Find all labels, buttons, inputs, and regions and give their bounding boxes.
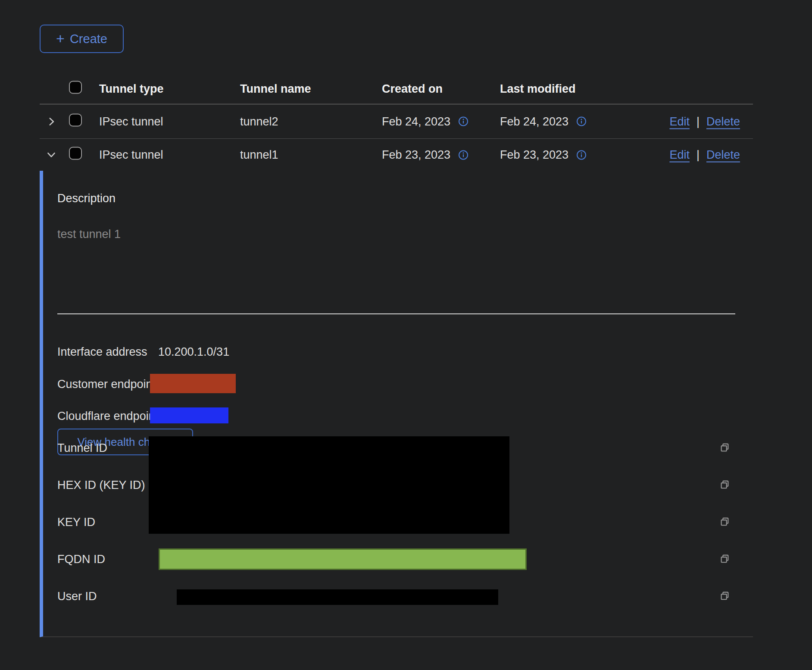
tunnel-type-value: IPsec tunnel	[99, 115, 163, 128]
fqdn-id-label: FQDN ID	[57, 553, 105, 566]
actions-separator: |	[696, 115, 700, 128]
table-row: IPsec tunnel tunnel2 Feb 24, 2023 Feb 24…	[40, 104, 753, 139]
info-icon[interactable]	[458, 150, 468, 160]
tunnels-page: + Create Tunnel type Tunnel name Created…	[0, 0, 812, 670]
cloudflare-endpoint-redaction	[150, 407, 228, 423]
copy-icon[interactable]	[719, 442, 731, 454]
description-label: Description	[57, 192, 116, 205]
actions-separator: |	[696, 148, 700, 162]
cloudflare-endpoint-label: Cloudflare endpoint	[57, 410, 158, 423]
info-icon[interactable]	[458, 116, 468, 127]
column-header-created-on: Created on	[382, 82, 443, 95]
chevron-down-icon[interactable]	[46, 149, 57, 160]
tunnel-name-value: tunnel2	[240, 115, 278, 128]
tunnel-name-value: tunnel1	[240, 148, 278, 162]
table-header-row: Tunnel type Tunnel name Created on Last …	[40, 73, 753, 104]
select-all-checkbox[interactable]	[69, 81, 82, 94]
customer-endpoint-label: Customer endpoint	[57, 378, 156, 391]
user-id-redaction	[177, 589, 498, 605]
created-on-value: Feb 23, 2023	[382, 148, 450, 162]
table-row: IPsec tunnel tunnel1 Feb 23, 2023 Feb 23…	[40, 139, 753, 171]
edit-link[interactable]: Edit	[669, 115, 690, 128]
column-header-tunnel-name: Tunnel name	[240, 82, 311, 95]
create-button-label: Create	[70, 32, 107, 46]
key-id-label: KEY ID	[57, 516, 95, 529]
delete-link[interactable]: Delete	[706, 115, 740, 128]
chevron-right-icon[interactable]	[46, 116, 57, 127]
copy-icon[interactable]	[719, 553, 731, 565]
tunnel-type-value: IPsec tunnel	[99, 148, 163, 162]
hex-id-label: HEX ID (KEY ID)	[57, 479, 145, 492]
column-header-tunnel-type: Tunnel type	[99, 82, 164, 95]
row-checkbox[interactable]	[69, 113, 82, 126]
tunnel-ids-redaction	[149, 436, 509, 534]
interface-address-label: Interface address	[57, 345, 147, 358]
copy-icon[interactable]	[719, 479, 731, 491]
delete-link[interactable]: Delete	[706, 148, 740, 162]
info-icon[interactable]	[576, 150, 587, 160]
last-modified-value: Feb 23, 2023	[500, 148, 568, 162]
tunnel-details-panel: Description test tunnel 1 View health ch…	[40, 171, 753, 637]
last-modified-value: Feb 24, 2023	[500, 115, 568, 128]
create-button[interactable]: + Create	[40, 25, 124, 53]
user-id-label: User ID	[57, 590, 97, 603]
fqdn-id-redaction	[159, 548, 527, 570]
tunnel-id-label: Tunnel ID	[57, 441, 107, 454]
created-on-value: Feb 24, 2023	[382, 115, 450, 128]
interface-address-value: 10.200.1.0/31	[158, 345, 229, 358]
customer-endpoint-redaction	[150, 374, 236, 393]
section-divider	[57, 313, 735, 314]
column-header-last-modified: Last modified	[500, 82, 576, 95]
description-value: test tunnel 1	[57, 228, 121, 241]
edit-link[interactable]: Edit	[669, 148, 690, 162]
info-icon[interactable]	[576, 116, 587, 127]
plus-icon: +	[56, 31, 65, 46]
tunnels-table: Tunnel type Tunnel name Created on Last …	[40, 73, 753, 171]
row-checkbox[interactable]	[69, 147, 82, 160]
copy-icon[interactable]	[719, 516, 731, 528]
copy-icon[interactable]	[719, 590, 731, 602]
